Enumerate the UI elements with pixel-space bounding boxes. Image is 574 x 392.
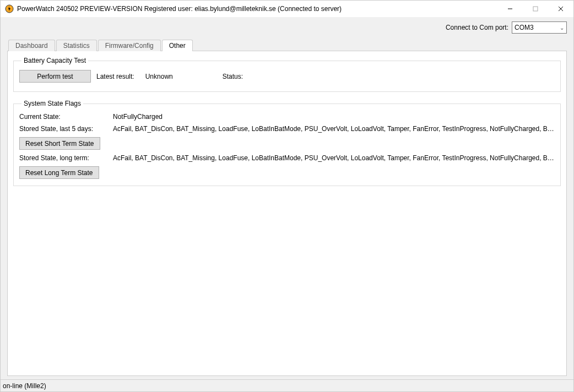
titlebar: PowerWatch 240502 PREVIEW-VERSION Regist… (1, 1, 573, 17)
stored-5days-label: Stored State, last 5 days: (19, 125, 107, 133)
tab-panel-other: Battery Capacity Test Perform test Lates… (7, 51, 567, 376)
connect-label: Connect to Com port: (446, 24, 508, 31)
status-text: on-line (Mille2) (3, 382, 46, 390)
flags-legend: System State Flags (21, 100, 83, 107)
tab-other[interactable]: Other (162, 40, 193, 51)
stored-longterm-label: Stored State, long term: (19, 154, 107, 162)
current-state-label: Current State: (19, 113, 107, 121)
battery-capacity-test-group: Battery Capacity Test Perform test Lates… (13, 57, 561, 92)
statusbar: on-line (Mille2) (1, 379, 573, 391)
minimize-button[interactable] (497, 1, 523, 17)
client-area: Connect to Com port: COM3 ⌄ Dashboard St… (1, 17, 573, 391)
latest-result-label: Latest result: (96, 73, 134, 80)
com-port-select[interactable]: COM3 ⌄ (512, 21, 567, 34)
battery-test-legend: Battery Capacity Test (21, 57, 88, 64)
stored-longterm-value: AcFail, BAT_DisCon, BAT_Missing, LoadFus… (113, 154, 555, 162)
tab-dashboard[interactable]: Dashboard (8, 40, 55, 51)
connect-row: Connect to Com port: COM3 ⌄ (1, 17, 573, 34)
maximize-button[interactable] (523, 1, 548, 17)
tab-firmware-config[interactable]: Firmware/Config (98, 40, 161, 51)
reset-short-term-button[interactable]: Reset Short Term State (19, 137, 100, 150)
stored-5days-value: AcFail, BAT_DisCon, BAT_Missing, LoadFus… (113, 125, 555, 133)
system-state-flags-group: System State Flags Current State: NotFul… (13, 100, 561, 186)
com-port-value: COM3 (515, 24, 534, 31)
reset-long-term-button[interactable]: Reset Long Term State (19, 166, 99, 179)
window-title: PowerWatch 240502 PREVIEW-VERSION Regist… (17, 5, 342, 13)
perform-test-button[interactable]: Perform test (19, 70, 91, 83)
latest-result-value: Unknown (145, 73, 212, 80)
app-icon (5, 4, 14, 13)
current-state-value: NotFullyCharged (113, 113, 555, 121)
tab-statistics[interactable]: Statistics (56, 40, 97, 51)
close-button[interactable] (548, 1, 573, 17)
svg-rect-2 (533, 7, 538, 11)
status-label: Status: (223, 73, 243, 80)
chevron-down-icon: ⌄ (560, 25, 564, 31)
tabs: Dashboard Statistics Firmware/Config Oth… (1, 39, 573, 51)
